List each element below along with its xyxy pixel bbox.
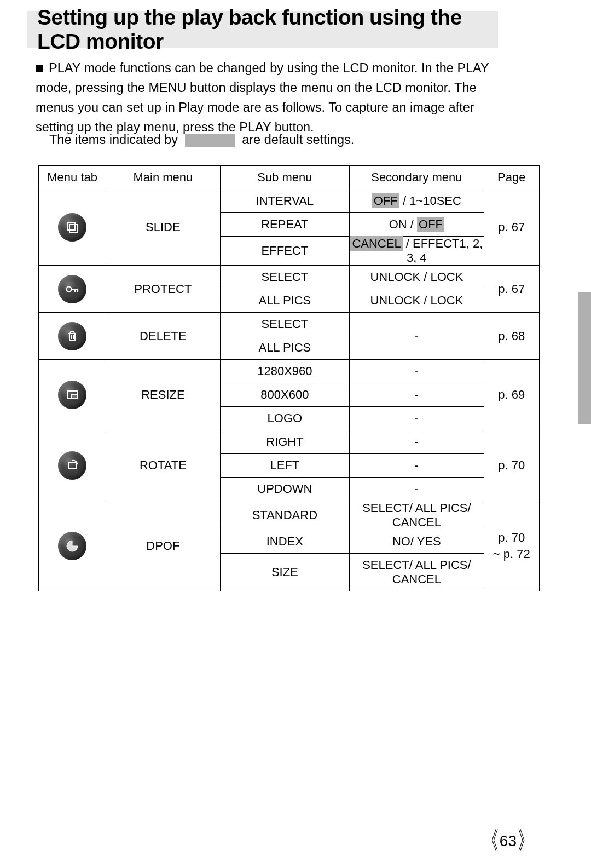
sub-protect-select: SELECT [220, 266, 350, 289]
page-rotate: p. 70 [484, 430, 539, 501]
sub-resize-1280: 1280X960 [220, 360, 350, 383]
trash-icon [58, 322, 86, 350]
bracket-right-icon: 》 [518, 825, 533, 858]
svg-point-2 [67, 286, 72, 291]
default-swatch-icon [185, 134, 235, 147]
default-settings-note: The items indicated by are default setti… [49, 133, 354, 147]
page-delete: p. 68 [484, 313, 539, 360]
th-menu-tab: Menu tab [39, 166, 106, 189]
sec-rotate-left: - [350, 454, 484, 478]
icon-cell-dpof [39, 501, 106, 591]
hl-off: OFF [372, 193, 399, 208]
sec-effect: CANCEL / EFFECT1, 2, 3, 4 [350, 237, 484, 266]
sub-interval: INTERVAL [220, 189, 350, 213]
sub-dpof-index: INDEX [220, 530, 350, 554]
title-bar: Setting up the play back function using … [27, 11, 498, 48]
sub-resize-logo: LOGO [220, 407, 350, 430]
sec-repeat-pre: ON / [389, 217, 417, 231]
menu-table: Menu tab Main menu Sub menu Secondary me… [38, 165, 540, 591]
dpof-icon [58, 532, 86, 560]
sub-repeat: REPEAT [220, 213, 350, 237]
page-protect: p. 67 [484, 266, 539, 313]
sec-dpof-size: SELECT/ ALL PICS/CANCEL [350, 554, 484, 591]
sec-rotate-updown: - [350, 478, 484, 501]
page-slide: p. 67 [484, 189, 539, 266]
sub-rotate-left: LEFT [220, 454, 350, 478]
sec-rotate-right: - [350, 430, 484, 454]
sec-interval-rest: / 1~10SEC [399, 194, 461, 208]
icon-cell-delete [39, 313, 106, 360]
intro-text: PLAY mode functions can be changed by us… [36, 61, 489, 134]
th-sub: Sub menu [220, 166, 350, 189]
rotate-icon [58, 451, 86, 480]
sec-protect-select: UNLOCK / LOCK [350, 266, 484, 289]
sub-rotate-updown: UPDOWN [220, 478, 350, 501]
default-note-post: are default settings. [242, 133, 354, 147]
sec-resize-logo: - [350, 407, 484, 430]
page-dpof-2: ~ p. 72 [493, 547, 530, 561]
bracket-left-icon: 《 [483, 825, 499, 858]
th-sec: Secondary menu [350, 166, 484, 189]
table-header-row: Menu tab Main menu Sub menu Secondary me… [39, 166, 540, 189]
page-resize: p. 69 [484, 360, 539, 430]
sec-resize-1280: - [350, 360, 484, 383]
main-delete: DELETE [106, 313, 220, 360]
sub-delete-all: ALL PICS [220, 336, 350, 360]
sub-resize-800: 800X600 [220, 383, 350, 407]
icon-cell-resize [39, 360, 106, 430]
key-icon [58, 275, 86, 303]
intro-paragraph: PLAY mode functions can be changed by us… [36, 58, 495, 137]
hl-cancel: CANCEL [350, 236, 402, 251]
icon-cell-rotate [39, 430, 106, 501]
sub-rotate-right: RIGHT [220, 430, 350, 454]
table-row: SLIDE INTERVAL OFF / 1~10SEC p. 67 [39, 189, 540, 213]
sec-resize-800: - [350, 383, 484, 407]
svg-rect-0 [67, 222, 75, 230]
svg-rect-5 [68, 462, 76, 469]
sec-interval: OFF / 1~10SEC [350, 189, 484, 213]
slide-icon [58, 213, 86, 242]
sec-dpof-standard: SELECT/ ALL PICS/ CANCEL [350, 501, 484, 530]
svg-rect-4 [72, 394, 77, 399]
sub-dpof-size: SIZE [220, 554, 350, 591]
th-page: Page [484, 166, 539, 189]
hl-off2: OFF [417, 217, 444, 232]
page-dpof: p. 70 ~ p. 72 [484, 501, 539, 591]
page-title: Setting up the play back function using … [37, 5, 498, 54]
icon-cell-slide [39, 189, 106, 266]
table-row: ROTATE RIGHT - p. 70 [39, 430, 540, 454]
default-note-pre: The items indicated by [49, 133, 178, 147]
sub-effect: EFFECT [220, 237, 350, 266]
sec-effect-rest: / EFFECT1, 2, 3, 4 [403, 237, 483, 265]
page-number-value: 63 [500, 832, 517, 849]
side-thumb-tab [578, 292, 591, 424]
main-rotate: ROTATE [106, 430, 220, 501]
table-row: RESIZE 1280X960 - p. 69 [39, 360, 540, 383]
sub-protect-all: ALL PICS [220, 289, 350, 313]
sub-dpof-standard: STANDARD [220, 501, 350, 530]
sub-delete-select: SELECT [220, 313, 350, 336]
svg-rect-1 [69, 225, 77, 232]
sec-protect-all: UNLOCK / LOCK [350, 289, 484, 313]
th-main: Main menu [106, 166, 220, 189]
resize-icon [58, 381, 86, 409]
sec-dpof-index: NO/ YES [350, 530, 484, 554]
sec-delete: - [350, 313, 484, 360]
main-slide: SLIDE [106, 189, 220, 266]
page-number: 《63》 [0, 831, 547, 852]
table-row: DELETE SELECT - p. 68 [39, 313, 540, 336]
main-protect: PROTECT [106, 266, 220, 313]
page-dpof-1: p. 70 [498, 531, 525, 544]
square-bullet-icon [36, 65, 43, 72]
main-dpof: DPOF [106, 501, 220, 591]
sec-repeat: ON / OFF [350, 213, 484, 237]
table-row: PROTECT SELECT UNLOCK / LOCK p. 67 [39, 266, 540, 289]
icon-cell-protect [39, 266, 106, 313]
table-row: DPOF STANDARD SELECT/ ALL PICS/ CANCEL p… [39, 501, 540, 530]
main-resize: RESIZE [106, 360, 220, 430]
